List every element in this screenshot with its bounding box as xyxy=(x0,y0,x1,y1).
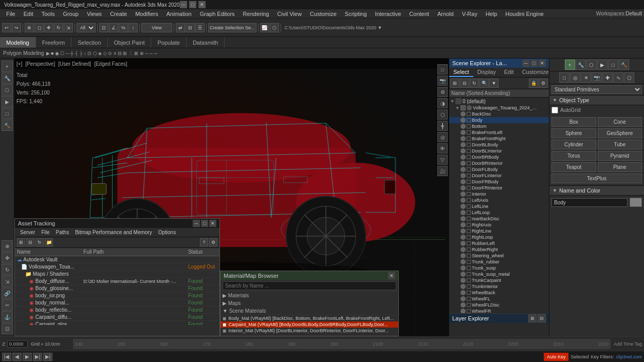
menu-edit[interactable]: Edit xyxy=(20,10,38,18)
teapot-button[interactable]: Teapot xyxy=(551,162,596,172)
list-item[interactable]: ▼ 0 (default) xyxy=(449,98,549,105)
menu-content[interactable]: Content xyxy=(405,10,433,18)
tab-datasmith[interactable]: Datasmith xyxy=(187,37,225,48)
list-item[interactable]: DoorFLInterior xyxy=(449,173,549,179)
tab-freeform[interactable]: Freeform xyxy=(36,37,72,48)
list-item[interactable]: Interior xyxy=(449,191,549,197)
redo-button[interactable]: ↪ xyxy=(12,23,21,32)
cp-spacewarp-btn[interactable]: ∿ xyxy=(613,72,623,83)
selection-set-button[interactable]: Create Selection Se... xyxy=(208,23,256,32)
object-type-section-header[interactable]: ▼ Object Type xyxy=(549,96,644,105)
undo-button[interactable]: ↩ xyxy=(2,23,11,32)
menu-rendering[interactable]: Rendering xyxy=(239,10,273,18)
unlink-tool[interactable]: ✂ xyxy=(2,299,13,311)
se-tab-customize[interactable]: Customize xyxy=(518,68,553,77)
snap-button[interactable]: ⊡ xyxy=(99,23,108,32)
pyramid-button[interactable]: Pyramid xyxy=(598,151,642,161)
select-region-button[interactable]: ◻ xyxy=(34,23,44,32)
menu-create[interactable]: Create xyxy=(106,10,131,18)
at-expand-all[interactable]: ⊞ xyxy=(17,238,25,246)
minimize-button[interactable]: ─ xyxy=(180,1,187,8)
tube-button[interactable]: Tube xyxy=(598,140,642,149)
bind-tool[interactable]: ⚓ xyxy=(2,311,13,322)
vp-edge-icon[interactable]: ╋ xyxy=(437,121,448,131)
rotate-button[interactable]: ↻ xyxy=(54,23,63,32)
list-item[interactable]: TrunkInterior xyxy=(449,283,549,290)
at-maximize[interactable]: □ xyxy=(201,220,208,227)
cp-camera-btn[interactable]: 📷 xyxy=(592,72,602,83)
box-button[interactable]: Box xyxy=(551,117,596,127)
material-row-2[interactable]: ◼ Carpaint_Mat (VRayMtl) [Body,DoorBLBod… xyxy=(220,321,398,328)
at-menu-server[interactable]: Server xyxy=(17,229,38,236)
menu-arnold[interactable]: Arnold xyxy=(433,10,458,18)
list-item[interactable]: DoorBLInterior xyxy=(449,148,549,154)
viewport-perspective[interactable]: [Perspective] xyxy=(25,61,55,67)
tab-populate[interactable]: Populate xyxy=(151,37,186,48)
cp-modify-btn[interactable]: 🔧 xyxy=(576,60,586,70)
materials-section[interactable]: ▶ Materials xyxy=(220,292,398,299)
select-button[interactable]: ⊕ xyxy=(25,23,34,32)
primitive-dropdown[interactable]: Standard Primitives xyxy=(551,85,642,94)
cp-geometry-btn[interactable]: □ xyxy=(559,72,569,83)
utilities-icon[interactable]: 🔨 xyxy=(2,120,13,131)
list-item[interactable]: DoorBRInterior xyxy=(449,160,549,166)
cylinder-button[interactable]: Cylinder xyxy=(551,140,596,149)
cone-button[interactable]: Cone xyxy=(598,117,642,127)
menu-tools[interactable]: Tools xyxy=(38,10,59,18)
list-item[interactable]: BrakeFrontLeft xyxy=(449,129,549,136)
list-item[interactable]: DoorBRBody xyxy=(449,154,549,160)
percent-snap-button[interactable]: % xyxy=(119,23,128,32)
color-swatch[interactable] xyxy=(630,198,642,207)
sphere-button[interactable]: Sphere xyxy=(551,128,596,138)
list-item[interactable]: LeftLoop xyxy=(449,209,549,216)
list-item[interactable]: WheelFR xyxy=(449,308,549,313)
list-item[interactable]: RightLoop xyxy=(449,234,549,240)
list-item[interactable]: Trunk_susp_metal xyxy=(449,271,549,277)
cp-motion-btn[interactable]: ▶ xyxy=(597,60,608,70)
go-start-button[interactable]: |◀ xyxy=(2,353,11,361)
at-help[interactable]: ? xyxy=(200,238,208,246)
schematic-button[interactable]: ⬡ xyxy=(270,23,279,32)
menu-group[interactable]: Group xyxy=(59,10,83,18)
viewport[interactable]: [+] [Perspective] [User Defined] [Edged … xyxy=(14,59,449,336)
viewport-user-defined[interactable]: [User Defined] xyxy=(58,61,91,67)
material-search-input[interactable] xyxy=(223,281,396,290)
mb-close[interactable]: ✕ xyxy=(388,272,395,279)
modify-icon[interactable]: 🔧 xyxy=(2,72,13,84)
material-row-3[interactable]: ◼ Interior_Mat (VRayMtl) [DoorBLInterior… xyxy=(220,328,398,334)
create-icon[interactable]: + xyxy=(2,61,13,72)
le-btn-2[interactable]: ⊟ xyxy=(538,314,546,322)
list-item[interactable]: TrunkCarpaint xyxy=(449,277,549,283)
menu-graph[interactable]: Graph Editors xyxy=(196,10,239,18)
list-item[interactable]: RightAxis xyxy=(449,222,549,228)
menu-customize[interactable]: Customize xyxy=(306,10,341,18)
auto-grid-checkbox[interactable] xyxy=(551,107,558,113)
cp-systems-btn[interactable]: ⬡ xyxy=(624,72,634,83)
select-tool[interactable]: ⊕ xyxy=(2,240,13,252)
at-menu-bitmap[interactable]: Bitmap Performance and Memory xyxy=(72,229,155,236)
vp-render-icon[interactable]: 📷 xyxy=(437,75,448,86)
table-row[interactable]: ◉ Carpaint_diffu... Found xyxy=(15,314,219,321)
torus-button[interactable]: Torus xyxy=(551,151,596,161)
list-item[interactable]: Trunk_susp xyxy=(449,265,549,271)
snap-tool[interactable]: ⊡ xyxy=(2,323,13,334)
next-frame-button[interactable]: ▶| xyxy=(33,353,42,361)
cp-light-btn[interactable]: ☀ xyxy=(581,72,591,83)
cp-create-btn[interactable]: + xyxy=(565,60,575,70)
play-button[interactable]: ▶ xyxy=(23,353,32,361)
table-row[interactable]: ◉ Body_diffuse... D:\3D Molier Internati… xyxy=(15,278,219,285)
table-row[interactable]: ◉ Body_glossine... Found xyxy=(15,285,219,292)
hierarchy-icon[interactable]: ⬡ xyxy=(2,84,13,96)
material-row-1[interactable]: ◼ Body_Mat (VRayMtl) [BackDisc, Bottom, … xyxy=(220,315,398,321)
menu-views[interactable]: Views xyxy=(83,10,106,18)
vp-show-icon[interactable]: 👁 xyxy=(437,143,448,154)
angle-snap-button[interactable]: ∠ xyxy=(109,23,118,32)
at-close[interactable]: ✕ xyxy=(209,220,216,227)
table-row[interactable]: ☁ Autodesk Vault xyxy=(15,256,219,263)
list-item[interactable]: WheelFL xyxy=(449,296,549,302)
le-btn-1[interactable]: ⊞ xyxy=(528,314,537,322)
table-row[interactable]: 📁 Maps / Shaders xyxy=(15,271,219,278)
display-icon[interactable]: □ xyxy=(2,108,13,119)
se-btn-options[interactable]: ⚙ xyxy=(539,79,548,88)
motion-icon[interactable]: ▶ xyxy=(2,96,13,107)
